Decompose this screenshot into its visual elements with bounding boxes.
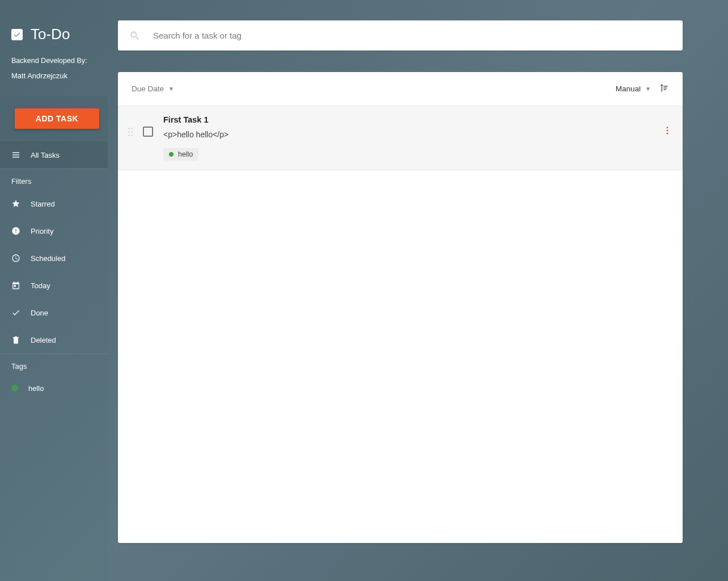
- nav-label: All Tasks: [31, 151, 60, 159]
- calendar-icon: [11, 281, 20, 290]
- tag-color-dot: [11, 385, 18, 391]
- task-title: First Task 1: [163, 115, 662, 124]
- tag-color-dot: [169, 152, 173, 157]
- sort-by-dropdown[interactable]: Manual ▼: [616, 85, 651, 93]
- credits-author: Matt Andrzejczuk: [11, 71, 96, 80]
- credits-label: Backend Developed By:: [11, 57, 96, 65]
- brand: To-Do: [11, 26, 96, 43]
- sidebar: To-Do Backend Developed By: Matt Andrzej…: [0, 0, 108, 581]
- nav-today[interactable]: Today: [0, 272, 108, 299]
- tags-header: Tags: [0, 354, 108, 375]
- add-task-button[interactable]: ADD TASK: [15, 108, 99, 129]
- svg-point-0: [667, 127, 668, 128]
- nav-deleted[interactable]: Deleted: [0, 326, 108, 353]
- task-body: First Task 1 <p>hello hello</p> hello: [163, 115, 662, 161]
- group-by-value: Due Date: [132, 85, 164, 93]
- clock-icon: [11, 254, 20, 263]
- sort-direction-button[interactable]: [659, 83, 669, 95]
- nav-label: Done: [31, 309, 48, 317]
- chevron-down-icon: ▼: [168, 86, 174, 92]
- list-toolbar: Due Date ▼ Manual ▼: [118, 72, 683, 106]
- list-icon: [11, 150, 20, 159]
- main-content: Due Date ▼ Manual ▼ First Task 1 <p>hell…: [108, 0, 728, 581]
- star-icon: [11, 199, 20, 208]
- task-row[interactable]: First Task 1 <p>hello hello</p> hello: [118, 106, 683, 170]
- nav-label: Today: [31, 281, 50, 290]
- task-more-button[interactable]: [662, 115, 672, 138]
- nav-label: Starred: [31, 200, 55, 208]
- error-icon: [11, 226, 20, 235]
- task-tag-list: hello: [163, 148, 662, 161]
- group-by-dropdown[interactable]: Due Date ▼: [132, 85, 174, 93]
- search-input[interactable]: [152, 30, 671, 41]
- task-checkbox[interactable]: [143, 127, 153, 137]
- sidebar-header: To-Do Backend Developed By: Matt Andrzej…: [0, 0, 108, 96]
- nav-scheduled[interactable]: Scheduled: [0, 245, 108, 272]
- nav-done[interactable]: Done: [0, 299, 108, 326]
- tag-hello[interactable]: hello: [0, 375, 108, 401]
- nav-label: Deleted: [31, 336, 56, 344]
- nav-label: Priority: [31, 227, 53, 235]
- svg-point-1: [667, 130, 668, 132]
- task-tag[interactable]: hello: [163, 148, 198, 161]
- search-bar: [118, 20, 683, 50]
- nav-label: Scheduled: [31, 254, 65, 263]
- task-description: <p>hello hello</p>: [163, 130, 662, 139]
- drag-handle-icon[interactable]: [128, 115, 136, 136]
- check-icon: [11, 308, 20, 317]
- svg-point-2: [667, 133, 668, 134]
- chevron-down-icon: ▼: [645, 86, 651, 92]
- nav-priority[interactable]: Priority: [0, 217, 108, 245]
- search-icon: [129, 30, 141, 41]
- task-tag-label: hello: [178, 150, 193, 158]
- sort-by-value: Manual: [616, 85, 641, 93]
- filters-header: Filters: [0, 169, 108, 190]
- nav-starred[interactable]: Starred: [0, 190, 108, 217]
- app-title: To-Do: [31, 26, 70, 43]
- trash-icon: [11, 335, 20, 344]
- checkbox-checked-icon: [11, 29, 23, 40]
- add-task-area: ADD TASK: [0, 96, 108, 141]
- nav-all-tasks[interactable]: All Tasks: [0, 141, 108, 169]
- task-list-card: Due Date ▼ Manual ▼ First Task 1 <p>hell…: [118, 72, 683, 543]
- tag-label: hello: [28, 384, 44, 393]
